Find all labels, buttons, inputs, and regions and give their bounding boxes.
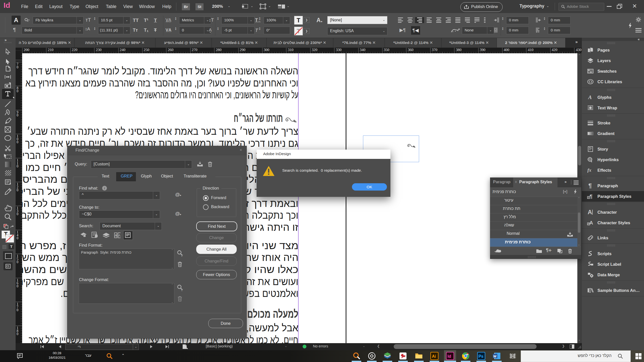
svg-text:A: A	[588, 209, 592, 215]
svg-text:T: T	[181, 254, 183, 257]
svg-text:Ps: Ps	[478, 354, 484, 358]
svg-text:¶: ¶	[588, 183, 592, 189]
svg-text:Id: Id	[448, 354, 451, 358]
svg-text:fx: fx	[587, 167, 591, 173]
svg-text:A: A	[588, 94, 592, 100]
svg-text:W: W	[493, 354, 497, 358]
svg-text:A: A	[589, 220, 593, 225]
svg-text:A: A	[118, 234, 120, 237]
svg-text:¶: ¶	[590, 194, 592, 199]
svg-text:T: T	[181, 288, 183, 292]
svg-text:Ai: Ai	[432, 354, 436, 358]
svg-text:A: A	[115, 234, 117, 237]
